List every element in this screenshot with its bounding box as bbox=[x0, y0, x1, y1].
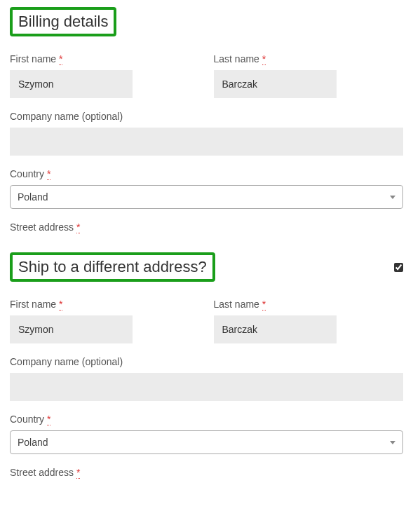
billing-last-name-input[interactable] bbox=[214, 70, 337, 98]
required-mark: * bbox=[76, 221, 80, 233]
label-text: First name bbox=[10, 299, 56, 310]
chevron-down-icon bbox=[390, 441, 395, 444]
chevron-down-icon bbox=[390, 196, 395, 199]
shipping-last-name-field: Last name * bbox=[214, 299, 404, 343]
billing-last-name-label: Last name * bbox=[214, 53, 404, 64]
required-mark: * bbox=[262, 53, 266, 65]
shipping-country-label: Country * bbox=[10, 414, 403, 425]
shipping-first-name-field: First name * bbox=[10, 299, 200, 343]
label-text: Last name bbox=[214, 299, 259, 310]
shipping-company-input[interactable] bbox=[10, 373, 403, 401]
required-mark: * bbox=[47, 414, 50, 425]
required-mark: * bbox=[262, 299, 266, 311]
shipping-street-label: Street address * bbox=[10, 467, 403, 478]
shipping-company-field: Company name (optional) bbox=[10, 356, 403, 401]
label-text: Last name bbox=[214, 53, 259, 64]
shipping-street-field: Street address * bbox=[10, 467, 403, 478]
billing-first-name-field: First name * bbox=[10, 53, 200, 98]
required-mark: * bbox=[59, 299, 62, 311]
shipping-country-value: Poland bbox=[18, 437, 48, 448]
billing-country-field: Country * Poland bbox=[10, 168, 403, 209]
billing-company-label: Company name (optional) bbox=[10, 111, 403, 122]
shipping-name-row: First name * Last name * bbox=[10, 299, 403, 343]
billing-first-name-input[interactable] bbox=[10, 70, 133, 98]
shipping-country-select[interactable]: Poland bbox=[10, 430, 403, 454]
required-mark: * bbox=[76, 467, 80, 479]
shipping-first-name-input[interactable] bbox=[10, 315, 133, 343]
shipping-country-field: Country * Poland bbox=[10, 414, 403, 454]
shipping-last-name-label: Last name * bbox=[214, 299, 404, 310]
shipping-company-label: Company name (optional) bbox=[10, 356, 403, 367]
shipping-heading-row: Ship to a different address? bbox=[10, 252, 403, 282]
billing-company-input[interactable] bbox=[10, 128, 403, 156]
billing-country-label: Country * bbox=[10, 168, 403, 179]
billing-country-select[interactable]: Poland bbox=[10, 185, 403, 209]
billing-last-name-field: Last name * bbox=[214, 53, 404, 98]
ship-different-checkbox[interactable] bbox=[394, 263, 403, 272]
billing-section: Billing details First name * Last name *… bbox=[10, 7, 403, 233]
required-mark: * bbox=[47, 168, 50, 180]
required-mark: * bbox=[59, 53, 62, 65]
label-text: First name bbox=[10, 53, 56, 64]
billing-name-row: First name * Last name * bbox=[10, 53, 403, 98]
label-text: Country bbox=[10, 414, 44, 425]
billing-company-field: Company name (optional) bbox=[10, 111, 403, 156]
billing-first-name-label: First name * bbox=[10, 53, 200, 64]
shipping-last-name-input[interactable] bbox=[214, 315, 337, 343]
billing-street-field: Street address * bbox=[10, 221, 403, 233]
billing-heading: Billing details bbox=[10, 7, 116, 36]
shipping-first-name-label: First name * bbox=[10, 299, 200, 310]
shipping-heading: Ship to a different address? bbox=[10, 252, 215, 282]
shipping-section: Ship to a different address? First name … bbox=[10, 252, 403, 478]
label-text: Street address bbox=[10, 467, 74, 478]
label-text: Street address bbox=[10, 221, 74, 233]
label-text: Country bbox=[10, 168, 44, 179]
billing-country-value: Poland bbox=[18, 191, 48, 203]
billing-street-label: Street address * bbox=[10, 221, 403, 233]
